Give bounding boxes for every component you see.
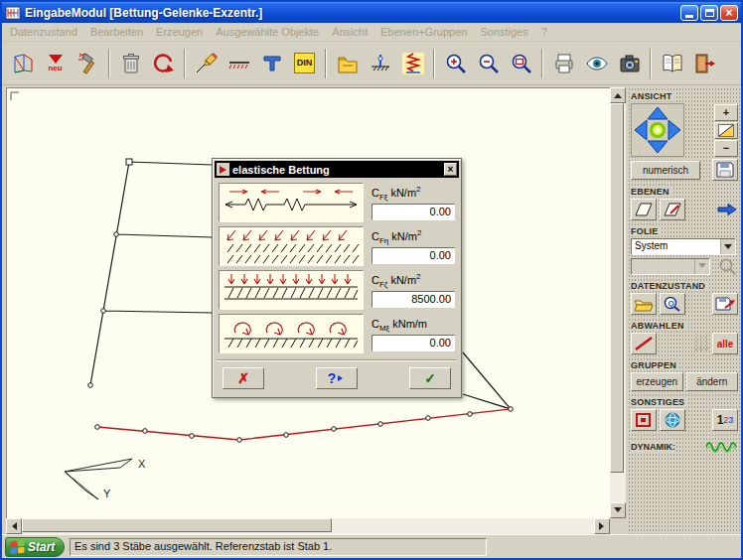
sine-wave-icon [704,439,738,455]
dialog-ok-button[interactable]: ✓ [409,367,451,389]
cm-xi-input[interactable] [372,335,455,351]
plane-next-button[interactable] [716,203,738,216]
app-icon [5,6,21,20]
section-label-sonstiges: SONSTIGES [631,397,738,407]
open-state-button[interactable] [631,293,657,315]
scroll-left-button[interactable] [6,518,22,534]
dialog-close-button[interactable]: × [444,163,457,176]
menu-item-sonstiges[interactable]: Sonstiges [480,26,527,38]
save-view-button[interactable] [712,159,738,181]
selection-box-button[interactable] [631,409,657,431]
bedding-button[interactable] [223,47,255,80]
library-button[interactable] [331,47,364,80]
model-button[interactable] [6,47,39,80]
diagonal-view-button[interactable] [714,122,738,139]
din-button[interactable]: DIN [288,47,321,80]
window-title: EingabeModul [Bettung-Gelenke-Exzentr.] [25,6,676,20]
plane-edit-button[interactable] [660,199,685,220]
cf-xi-input[interactable] [372,204,455,220]
horizontal-scrollbar[interactable] [6,518,610,534]
view-navigation-pad[interactable] [631,103,684,157]
folie-dropdown-button[interactable] [720,239,735,254]
dialog-icon [217,163,229,176]
trash-icon [119,52,143,75]
catalog-button[interactable] [656,47,688,80]
vertical-scrollbar[interactable] [610,87,626,518]
undo-arrow-icon [152,52,176,75]
zoom-in-small-button[interactable]: + [714,104,738,121]
arrow-left-icon [8,522,17,530]
menu-item-hilfe[interactable]: ? [541,26,547,38]
cm-xi-label: CMξkNm/m [372,316,455,333]
menu-item-erzeugen[interactable]: Erzeugen [156,26,203,38]
scroll-down-button[interactable] [610,502,626,518]
cf-eta-input[interactable] [372,247,455,264]
start-button[interactable]: Start [5,537,65,557]
support-button[interactable] [364,47,396,80]
zoom-out-button[interactable] [472,47,505,80]
group-create-button[interactable]: erzeugen [631,372,683,391]
menu-item-ansicht[interactable]: Ansicht [332,26,368,38]
spring-button[interactable] [396,47,429,80]
side-panel: ANSICHT + − numerisch [628,87,741,534]
maximize-button[interactable] [700,5,718,21]
menu-item-ausgewaehlte-objekte[interactable]: Ausgewählte Objekte [216,26,319,38]
section-label-gruppen: GRUPPEN [631,360,738,370]
help-arrow-icon [338,375,346,381]
folie-select[interactable]: System [631,238,736,255]
zoom-in-button[interactable] [439,47,472,80]
dialog-help-button[interactable]: ? [316,367,358,389]
cf-zeta-input[interactable] [372,291,455,308]
minimize-button[interactable] [680,5,698,21]
menu-item-datenzustand[interactable]: Datenzustand [10,26,77,38]
deselect-all-button[interactable]: alle [712,333,738,354]
snapshot-button[interactable] [613,47,646,80]
horizontal-scrollbar-thumb[interactable] [22,518,332,532]
title-bar[interactable]: EingabeModul [Bettung-Gelenke-Exzentr.] … [2,2,741,23]
new-position-button[interactable]: neu [39,47,72,80]
edit-tools-button[interactable] [72,47,104,80]
vertical-scroll-track[interactable] [610,103,626,502]
draw-member-button[interactable] [190,47,223,80]
undo-button[interactable] [147,47,180,80]
print-button[interactable] [547,47,580,80]
status-bar: Start Es sind 3 Stäbe ausgewählt. Refere… [2,534,741,558]
inspect-state-button[interactable]: Q [660,293,685,315]
save-state-button[interactable] [712,293,738,315]
exit-button[interactable] [688,47,721,80]
numbering-button[interactable]: 123 [712,409,738,431]
dialog-cancel-button[interactable]: ✗ [223,367,264,389]
arrow-up-icon [614,89,622,98]
plane-edit-icon [663,202,682,217]
deselect-members-button[interactable] [631,333,657,354]
x-axis-label: X [138,458,146,470]
vertical-scrollbar-thumb[interactable] [610,103,624,473]
view-button[interactable] [580,47,613,80]
bedding-line-icon [227,52,251,75]
numerisch-button[interactable]: numerisch [631,161,700,180]
menu-item-ebenen-gruppen[interactable]: Ebenen+Gruppen [380,26,467,38]
menu-item-bearbeiten[interactable]: Bearbeiten [90,26,143,38]
zoom-out-small-button[interactable]: − [714,140,738,157]
scrollbar-corner [610,518,626,534]
girder-button[interactable] [255,47,288,80]
bedding-vertical-pictogram [219,270,364,310]
close-button[interactable]: × [720,5,738,21]
arrow-down-icon [614,507,622,516]
scroll-up-button[interactable] [610,87,626,103]
globe-button[interactable] [660,409,685,431]
horizontal-scroll-track[interactable] [22,518,594,534]
windows-flag-icon [10,539,25,555]
delete-button[interactable] [114,47,147,80]
scroll-right-button[interactable] [594,518,610,534]
group-modify-button[interactable]: ändern [686,372,739,391]
zoom-window-button[interactable] [505,47,537,80]
magnifier-disabled-icon [718,257,738,275]
section-label-abwahlen: ABWAHLEN [631,321,738,331]
y-axis-arrow [65,472,98,499]
dialog-title-bar[interactable]: elastische Bettung × [215,161,459,178]
dialog-row: CFζkN/m2 [215,268,459,312]
plane-select-button[interactable] [631,199,657,220]
minimize-icon [685,15,693,18]
dynamik-button[interactable] [704,439,738,455]
